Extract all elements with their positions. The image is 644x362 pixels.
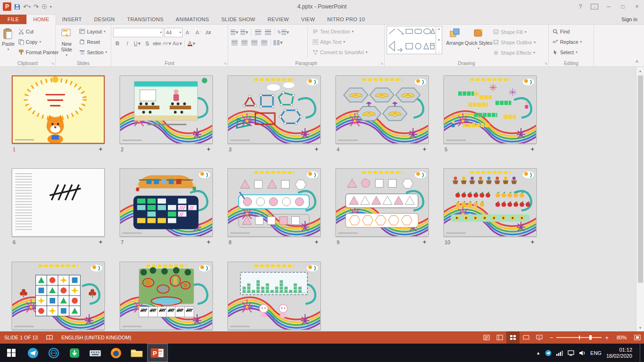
find-button[interactable]: Find — [551, 27, 584, 36]
copy-button[interactable]: Copy▾ — [17, 37, 60, 47]
justify-button[interactable] — [260, 38, 268, 47]
tray-network-icon[interactable] — [568, 350, 574, 356]
sign-in-link[interactable]: Sign in — [615, 15, 644, 24]
shapes-scroll-down-icon[interactable]: ▼ — [438, 39, 440, 41]
new-slide-button[interactable]: New Slide▾ — [58, 26, 75, 59]
spell-check-button[interactable] — [42, 331, 57, 344]
underline-button[interactable]: U▾ — [133, 39, 141, 48]
tray-clock[interactable]: 01:12 18/02/2020 — [606, 347, 635, 359]
shapes-gallery-scrollbar[interactable]: ▲ ▼ ⌄ — [436, 26, 442, 54]
font-name-combo[interactable]: ▾ — [113, 28, 163, 37]
tray-volume-icon[interactable] — [579, 350, 586, 356]
align-left-button[interactable] — [230, 38, 239, 47]
shrink-font-button[interactable]: Aˇ — [194, 28, 202, 37]
reset-button[interactable]: Reset — [77, 37, 109, 47]
numbering-button[interactable]: ▾ — [240, 28, 248, 36]
scrollbar-down-icon[interactable]: ▼ — [636, 324, 644, 331]
tab-view[interactable]: VIEW — [295, 15, 321, 24]
touch-mode-icon[interactable] — [41, 4, 47, 9]
slide-show-button[interactable] — [533, 331, 546, 344]
collapse-ribbon-button[interactable]: ^ — [636, 60, 638, 65]
taskbar-idm-button[interactable] — [64, 344, 85, 362]
slide-thumbnail-4[interactable] — [336, 75, 429, 144]
font-size-input[interactable] — [166, 30, 178, 35]
font-color-button[interactable]: A ▾ — [187, 39, 196, 48]
taskbar-internet-explorer-button[interactable] — [43, 344, 64, 362]
slide-thumbnail-1[interactable] — [12, 75, 105, 144]
tab-review[interactable]: REVIEW — [262, 15, 295, 24]
normal-view-button[interactable] — [493, 331, 506, 344]
shapes-more-icon[interactable]: ⌄ — [438, 49, 440, 53]
taskbar-firefox-button[interactable] — [106, 344, 126, 362]
slide-thumbnail-9[interactable] — [336, 168, 429, 237]
tab-animations[interactable]: ANIMATIONS — [170, 15, 215, 24]
shapes-scroll-up-icon[interactable]: ▲ — [438, 27, 440, 30]
slide-sorter-view-button[interactable] — [506, 331, 520, 344]
scrollbar-up-icon[interactable]: ▲ — [636, 67, 644, 74]
minimize-button[interactable]: ─ — [602, 0, 616, 13]
zoom-level[interactable]: 80% — [612, 331, 631, 344]
arrange-button[interactable]: Arrange — [444, 26, 466, 59]
text-direction-button[interactable]: Text Direction▾ — [311, 27, 369, 36]
align-right-button[interactable] — [250, 38, 258, 47]
replace-button[interactable]: ab Replace▾ — [551, 37, 584, 47]
bold-button[interactable]: B — [113, 39, 122, 48]
language-indicator[interactable]: ENGLISH (UNITED KINGDOM) — [57, 331, 135, 344]
tab-slide-show[interactable]: SLIDE SHOW — [215, 15, 261, 24]
tab-design[interactable]: DESIGN — [88, 15, 121, 24]
show-desktop-button[interactable] — [640, 344, 642, 362]
italic-button[interactable]: I — [123, 39, 132, 48]
cut-button[interactable]: Cut — [17, 27, 60, 36]
slide-thumbnail-5[interactable] — [444, 75, 537, 144]
layout-button[interactable]: Layout▾ — [77, 27, 109, 36]
bullets-button[interactable]: ▾ — [230, 28, 239, 36]
align-text-button[interactable]: Align Text▾ — [311, 37, 369, 47]
quick-styles-button[interactable]: Quick Styles▾ — [468, 26, 489, 59]
change-case-button[interactable]: Aa▾ — [173, 39, 182, 48]
taskbar-powerpoint-button[interactable]: P — [147, 344, 168, 362]
tab-insert[interactable]: INSERT — [56, 15, 88, 24]
zoom-out-button[interactable]: − — [550, 334, 553, 341]
tab-nitro-pro[interactable]: NITRO PRO 10 — [321, 15, 371, 24]
slide-area-scrollbar[interactable]: ▲ ▼ — [636, 67, 644, 331]
slide-thumbnail-7[interactable] — [120, 168, 213, 237]
shape-fill-button[interactable]: Shape Fill▾ — [491, 27, 537, 37]
tray-telegram-icon[interactable] — [545, 350, 552, 356]
taskbar-telegram-button[interactable] — [23, 344, 43, 362]
text-shadow-button[interactable]: S — [143, 39, 151, 48]
slide-thumbnail-10[interactable] — [444, 168, 537, 237]
decrease-indent-button[interactable] — [254, 28, 262, 36]
font-size-combo[interactable]: ▾ — [165, 28, 182, 37]
undo-icon[interactable]: ↶▾ — [23, 3, 31, 10]
section-button[interactable]: Section▾ — [77, 48, 109, 57]
clear-formatting-button[interactable]: A — [204, 28, 212, 37]
character-spacing-button[interactable]: AV▾ — [163, 39, 171, 48]
reading-view-button[interactable] — [520, 331, 533, 344]
convert-to-smartart-button[interactable]: Convert to SmartArt▾ — [311, 48, 369, 57]
shape-effects-button[interactable]: Shape Effects▾ — [491, 48, 537, 58]
tray-expand-icon[interactable]: ▲ — [536, 351, 540, 355]
format-painter-button[interactable]: Format Painter — [17, 48, 60, 57]
tab-file[interactable]: FILE — [0, 15, 26, 24]
tray-signal-icon[interactable] — [556, 350, 563, 356]
notes-button[interactable] — [480, 331, 493, 344]
slide-thumbnail-3[interactable] — [228, 75, 321, 144]
tray-language-indicator[interactable]: ENG — [590, 350, 602, 356]
drawing-dialog-launcher[interactable]: ↘ — [544, 62, 547, 66]
redo-icon[interactable]: ↷ — [33, 3, 39, 10]
select-button[interactable]: Select▾ — [551, 48, 584, 57]
paragraph-dialog-launcher[interactable]: ↘ — [380, 62, 383, 66]
shape-outline-button[interactable]: Shape Outline▾ — [491, 38, 537, 47]
slide-thumbnail-8[interactable] — [228, 168, 321, 237]
line-spacing-button[interactable]: ⇅▾ — [277, 28, 289, 36]
tab-home[interactable]: HOME — [26, 14, 56, 25]
taskbar-file-explorer-button[interactable] — [126, 344, 147, 362]
scrollbar-thumb[interactable] — [638, 75, 643, 283]
slide-thumbnail-13[interactable] — [228, 262, 321, 330]
fit-slide-button[interactable] — [631, 331, 644, 344]
customize-qat-icon[interactable]: ▾ — [50, 5, 52, 9]
grow-font-button[interactable]: Aˆ — [184, 28, 192, 37]
increase-indent-button[interactable] — [264, 28, 272, 36]
slide-thumbnail-12[interactable] — [120, 262, 213, 330]
tab-transitions[interactable]: TRANSITIONS — [121, 15, 170, 24]
